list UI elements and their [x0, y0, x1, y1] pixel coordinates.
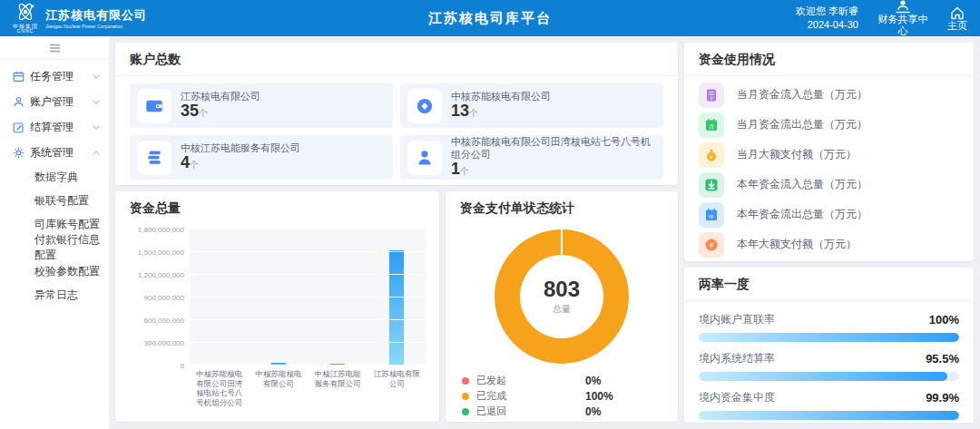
gear-icon	[13, 147, 24, 159]
y-tick: 1,200,000,000	[138, 271, 184, 279]
stat-company-name: 江苏核电有限公司	[181, 91, 260, 103]
chevron-down-icon	[93, 100, 100, 104]
rate-label: 境内账户直联率	[699, 312, 775, 327]
sidebar-item-exception-log[interactable]: 异常日志	[0, 283, 109, 307]
stat-company-name: 中核苏能核电有限公司田湾核电站七号八号机组分公司	[451, 136, 656, 161]
top-header: 中核集团 CNNC 江苏核电有限公司 Jiangsu Nuclear Power…	[0, 0, 980, 36]
payment-status-chart-card: 资金支付单状态统计 803 总量 已发起	[446, 191, 678, 422]
sidebar-item-account-management[interactable]: 账户管理	[0, 89, 109, 114]
legend-dot-returned	[462, 408, 469, 415]
y-tick: 900,000,000	[144, 294, 185, 302]
submenu-item-label: 校验参数配置	[34, 264, 100, 279]
rate-fund-concentration: 境内资金集中度 99.9%	[699, 390, 959, 420]
system-management-submenu: 数据字典 银联号配置 司库账号配置 付款银行信息配置 校验参数配置 异常日志	[0, 165, 109, 307]
stat-unit: 个	[199, 108, 208, 118]
home-icon	[949, 5, 965, 20]
money-bag-icon: ¥	[704, 148, 719, 162]
fund-usage-card: 资金使用情况 ¥ 当月资金流入总量（万元）	[684, 43, 974, 261]
usage-row-month-inflow: ¥ 当月资金流入总量（万元）	[699, 80, 959, 110]
sidebar-item-validation-param-config[interactable]: 校验参数配置	[0, 259, 109, 283]
sidebar-item-label: 系统管理	[30, 145, 87, 161]
donut-divider	[561, 229, 563, 255]
layers-icon	[145, 149, 163, 167]
svg-text:月: 月	[709, 123, 714, 130]
sidebar-item-label: 账户管理	[30, 94, 87, 110]
donut-ring: 803 总量	[495, 229, 629, 364]
fund-total-chart-card: 资金总量 1,800,000,000 1,500,000,000 1,200,0…	[115, 191, 439, 422]
sidebar: 任务管理 账户管理 结算管理	[0, 36, 109, 429]
fund-usage-title: 资金使用情况	[684, 43, 974, 76]
usage-row-month-outflow: 月 当月资金流出总量（万元）	[699, 110, 959, 140]
usage-label: 本年资金流出总量（万元）	[737, 207, 867, 222]
sidebar-item-system-management[interactable]: 系统管理	[0, 140, 109, 165]
ring-icon	[416, 97, 434, 115]
progress-fill	[699, 333, 959, 342]
sidebar-item-label: 任务管理	[30, 69, 87, 84]
user-icon	[13, 96, 24, 108]
chevron-down-icon	[93, 74, 100, 79]
stat-count: 13	[451, 102, 469, 120]
legend-row-initiated: 已发起 0%	[462, 373, 662, 388]
progress-track	[699, 333, 959, 342]
sidebar-item-payment-bank-info-config[interactable]: 付款银行信息配置	[0, 236, 109, 259]
submenu-item-label: 付款银行信息配置	[34, 232, 100, 263]
account-total-card: 账户总数 江苏核电有限公司 35个	[115, 43, 678, 185]
stat-count: 35	[181, 102, 199, 120]
home-link[interactable]: 主页	[947, 5, 967, 32]
usage-label: 当月大额支付额（万元）	[737, 147, 857, 162]
stat-count: 1	[451, 160, 460, 178]
stat-company-name: 中核江苏电能服务有限公司	[181, 142, 300, 155]
usage-row-year-inflow: 本年资金流入总量（万元）	[699, 170, 959, 200]
legend-label: 已完成	[476, 389, 585, 403]
sidebar-item-task-management[interactable]: 任务管理	[0, 63, 109, 89]
usage-row-month-large-payment: ¥ 当月大额支付额（万元）	[699, 140, 959, 170]
atom-icon	[15, 3, 36, 23]
donut-center: 803 总量	[520, 255, 603, 338]
stat-unit: 个	[190, 160, 199, 170]
sidebar-collapse-button[interactable]	[0, 36, 109, 60]
donut-total-label: 总量	[553, 303, 571, 316]
chevron-up-icon	[93, 151, 100, 155]
sidebar-item-settlement-management[interactable]: 结算管理	[0, 114, 109, 140]
usage-label: 当月资金流出总量（万元）	[737, 117, 867, 132]
donut-total-value: 803	[544, 278, 580, 301]
finance-share-center-link[interactable]: 财务共享中心	[875, 0, 931, 37]
legend-label: 已退回	[476, 405, 585, 418]
x-category-label: 江苏核电有限公司	[368, 369, 426, 408]
svg-text:年: 年	[709, 213, 714, 219]
usage-label: 本年资金流入总量（万元）	[737, 177, 867, 192]
payment-status-title: 资金支付单状态统计	[446, 191, 678, 224]
logo: 中核集团 CNNC 江苏核电有限公司 Jiangsu Nuclear Power…	[13, 3, 147, 34]
rate-label: 境内资金集中度	[699, 390, 775, 405]
stat-card-dianneng-service: 中核江苏电能服务有限公司 4个	[130, 135, 393, 180]
stat-unit: 个	[460, 166, 469, 176]
bar-chart-y-axis: 1,800,000,000 1,500,000,000 1,200,000,00…	[121, 229, 190, 366]
bar-chart-plot-area	[190, 229, 426, 366]
legend-dot-completed	[462, 393, 469, 400]
company-name: 江苏核电有限公司	[45, 7, 147, 24]
rate-value: 100%	[929, 313, 959, 327]
stat-card-suneng-nuclear: 中核苏能核电有限公司 13个	[400, 83, 663, 128]
submenu-item-label: 数据字典	[34, 170, 78, 185]
welcome-text: 欢迎您 李昕睿	[796, 5, 858, 18]
sidebar-item-data-dictionary[interactable]: 数据字典	[0, 165, 109, 189]
month-calendar-icon: 月	[704, 118, 719, 132]
fund-total-title: 资金总量	[115, 191, 439, 224]
person-icon	[416, 149, 434, 167]
chevron-down-icon	[93, 125, 100, 130]
donut-legend: 已发起 0% 已完成 100% 已退回 0%	[446, 364, 678, 419]
bar-chart-x-axis: 中核苏能核电有限公司田湾核电站七号八号机组分公司 中核苏能核电有限公司 中核江苏…	[115, 366, 439, 408]
rate-value: 95.5%	[926, 352, 959, 366]
stat-card-jiangsu-nuclear: 江苏核电有限公司 35个	[130, 83, 393, 128]
welcome-block: 欢迎您 李昕睿 2024-04-30	[796, 5, 858, 32]
rate-system-settlement: 境内系统结算率 95.5%	[699, 351, 959, 381]
sidebar-item-unionpay-number-config[interactable]: 银联号配置	[0, 189, 109, 212]
x-category-label: 中核苏能核电有限公司	[249, 369, 308, 408]
wallet-icon	[145, 97, 163, 115]
x-category-label: 中核苏能核电有限公司田湾核电站七号八号机组分公司	[190, 369, 249, 408]
usage-label: 本年大额支付额（万元）	[737, 237, 857, 252]
hand-person-icon	[895, 0, 911, 14]
submenu-item-label: 银联号配置	[34, 193, 89, 209]
legend-percent: 0%	[585, 375, 601, 387]
page-title: 江苏核电司库平台	[428, 10, 552, 27]
